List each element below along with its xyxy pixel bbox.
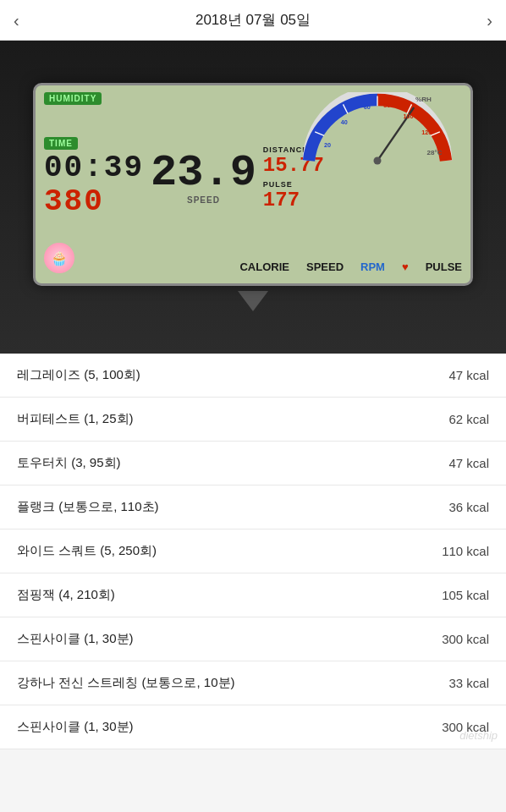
exercise-item-4: 와이드 스쿼트 (5, 250회)110 kcal (0, 529, 506, 573)
pulse-bottom-label: PULSE (426, 261, 462, 273)
sticker-icon: 🧁 (44, 243, 74, 273)
time-section: TIME 00:39 380 (44, 137, 144, 218)
exercise-kcal-5: 105 kcal (442, 588, 489, 602)
svg-text:120: 120 (421, 129, 432, 136)
exercise-name-5: 점핑잭 (4, 210회) (17, 587, 115, 603)
svg-text:80: 80 (383, 102, 390, 109)
time-label: TIME (44, 137, 78, 150)
machine-display: HUMIDITY (33, 83, 473, 286)
exercise-item-1: 버피테스트 (1, 25회)62 kcal (0, 398, 506, 442)
gauge-svg: 20 40 60 80 100 120 %RH 28°C (293, 92, 462, 168)
machine-image-section: HUMIDITY (0, 41, 506, 354)
prev-arrow[interactable]: ‹ (14, 10, 19, 30)
calorie-label: CALORIE (239, 261, 289, 273)
exercise-kcal-6: 300 kcal (442, 632, 489, 646)
down-arrow-icon (238, 291, 268, 311)
pulse-label: PULSE (263, 180, 293, 189)
svg-text:28°C: 28°C (427, 149, 443, 156)
exercise-item-2: 토우터치 (3, 95회)47 kcal (0, 442, 506, 486)
exercise-name-2: 토우터치 (3, 95회) (17, 455, 121, 471)
exercise-item-7: 강하나 전신 스트레칭 (보통으로, 10분)33 kcal (0, 661, 506, 705)
gauge-container: 20 40 60 80 100 120 %RH 28°C (293, 92, 462, 168)
exercise-item-5: 점핑잭 (4, 210회)105 kcal (0, 573, 506, 617)
display-top-bar: HUMIDITY (44, 92, 462, 105)
calorie-value: 380 (44, 185, 144, 219)
svg-text:60: 60 (364, 103, 371, 111)
machine-background: HUMIDITY (0, 41, 506, 354)
pulse-row: PULSE 177 (263, 180, 324, 211)
exercise-kcal-8: 300 kcal (442, 720, 489, 734)
exercise-kcal-1: 62 kcal (448, 412, 489, 426)
exercise-kcal-4: 110 kcal (442, 544, 489, 558)
header-title: 2018년 07월 05일 (195, 10, 311, 30)
svg-text:40: 40 (341, 118, 348, 126)
exercise-item-8: 스핀사이클 (1, 30분)300 kcaldietship (0, 705, 506, 749)
svg-text:20: 20 (324, 141, 331, 149)
exercise-kcal-2: 47 kcal (448, 456, 489, 470)
humidity-label: HUMIDITY (44, 92, 102, 105)
exercise-name-0: 레그레이즈 (5, 100회) (17, 367, 140, 383)
svg-point-6 (374, 157, 382, 165)
exercise-kcal-7: 33 kcal (448, 676, 489, 690)
bottom-labels: CALORIE SPEED RPM ♥ PULSE (239, 261, 462, 273)
exercise-list: 레그레이즈 (5, 100회)47 kcal버피테스트 (1, 25회)62 k… (0, 354, 506, 749)
speed-label: SPEED (306, 261, 344, 273)
exercise-name-1: 버피테스트 (1, 25회) (17, 411, 134, 427)
svg-text:100: 100 (404, 112, 414, 120)
exercise-name-6: 스핀사이클 (1, 30분) (17, 631, 134, 647)
exercise-name-4: 와이드 스쿼트 (5, 250회) (17, 543, 157, 559)
header: ‹ 2018년 07월 05일 › (0, 0, 506, 41)
exercise-name-7: 강하나 전신 스트레칭 (보통으로, 10분) (17, 675, 235, 691)
exercise-item-6: 스핀사이클 (1, 30분)300 kcal (0, 617, 506, 661)
speed-value: 23.9 (151, 151, 256, 195)
heart-icon: ♥ (402, 261, 409, 273)
exercise-name-8: 스핀사이클 (1, 30분) (17, 719, 134, 735)
svg-text:%RH: %RH (415, 96, 432, 103)
time-value: 00:39 (44, 151, 144, 185)
exercise-name-3: 플랭크 (보통으로, 110초) (17, 499, 159, 515)
exercise-item-0: 레그레이즈 (5, 100회)47 kcal (0, 354, 506, 398)
pulse-value: 177 (263, 189, 300, 211)
exercise-kcal-3: 36 kcal (448, 500, 489, 514)
speed-section: 23.9 SPEED (151, 151, 256, 205)
next-arrow[interactable]: › (487, 10, 492, 30)
exercise-item-3: 플랭크 (보통으로, 110초)36 kcal (0, 486, 506, 529)
exercise-kcal-0: 47 kcal (448, 368, 489, 382)
rpm-label: RPM (360, 261, 385, 273)
speed-sublabel: SPEED (187, 195, 220, 205)
display-bottom: 🧁 CALORIE SPEED RPM ♥ PULSE (44, 243, 462, 277)
